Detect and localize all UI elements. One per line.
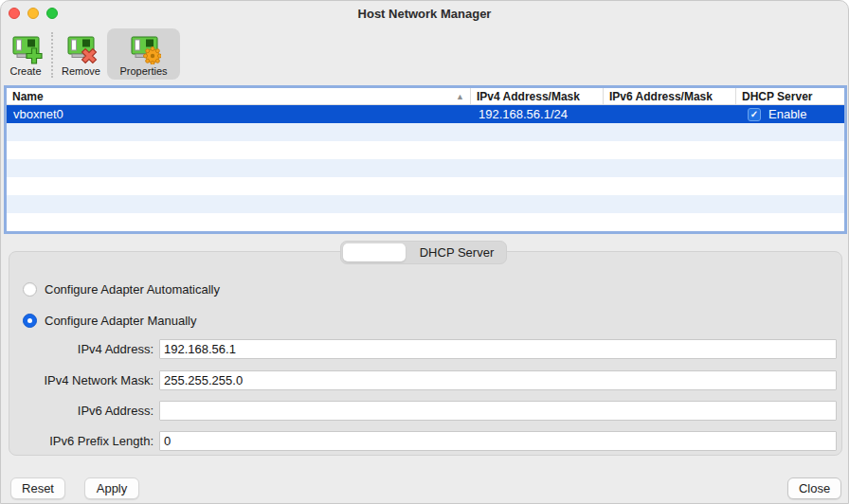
dhcp-server-panel: Configure Adapter Automatically Configur… (9, 251, 842, 456)
ipv6-address-label: IPv6 Address: (17, 404, 154, 418)
table-row-empty[interactable] (7, 159, 844, 177)
table-row-empty[interactable] (7, 213, 844, 231)
tab-dhcp-server[interactable]: DHCP Server (407, 242, 506, 263)
configure-automatically-label: Configure Adapter Automatically (45, 282, 220, 297)
host-networks-table: Name ▲ IPv4 Address/Mask IPv6 Address/Ma… (4, 85, 847, 234)
properties-button[interactable]: Properties (107, 28, 180, 80)
column-header-name[interactable]: Name ▲ (7, 88, 471, 104)
host-network-manager-window: Host Network Manager Create Remove (0, 0, 849, 504)
ipv4-address-row: IPv4 Address: (9, 339, 837, 359)
ipv4-address-label: IPv4 Address: (17, 342, 154, 356)
radio-unselected-icon[interactable] (23, 282, 37, 297)
toolbar: Create Remove (1, 27, 848, 85)
close-button[interactable]: Close (787, 477, 841, 499)
column-header-dhcp[interactable]: DHCP Server (736, 88, 844, 104)
table-row-empty[interactable] (7, 195, 844, 213)
create-button[interactable]: Create (5, 28, 46, 80)
titlebar: Host Network Manager (1, 1, 848, 27)
table-row-empty[interactable] (7, 177, 844, 195)
remove-button[interactable]: Remove (58, 28, 104, 80)
table-row-vboxnet0[interactable]: vboxnet0 192.168.56.1/24 ✓ Enable (7, 105, 844, 123)
network-card-remove-icon (63, 30, 98, 64)
apply-button[interactable]: Apply (84, 477, 139, 499)
dhcp-enable-label: Enable (768, 107, 806, 121)
gear-icon (143, 47, 161, 65)
toolbar-separator (51, 32, 53, 78)
ipv4-address-field[interactable] (159, 339, 837, 359)
ipv6-address-row: IPv6 Address: (9, 401, 837, 421)
create-button-label: Create (9, 65, 41, 77)
tab-selected-blank[interactable] (343, 243, 406, 261)
ipv6-prefix-row: IPv6 Prefix Length: (9, 431, 837, 451)
remove-button-label: Remove (62, 65, 100, 77)
configure-manually-label: Configure Adapter Manually (45, 314, 196, 328)
table-header: Name ▲ IPv4 Address/Mask IPv6 Address/Ma… (7, 88, 844, 105)
radio-selected-icon[interactable] (23, 314, 37, 328)
details-tab-bar: DHCP Server (340, 241, 507, 264)
network-card-properties-icon (127, 30, 161, 64)
cell-ipv4: 192.168.56.1/24 (471, 105, 604, 123)
ipv6-address-field[interactable] (159, 401, 837, 421)
configure-automatically-option[interactable]: Configure Adapter Automatically (23, 282, 220, 297)
ipv6-prefix-label: IPv6 Prefix Length: (17, 434, 154, 448)
ipv4-mask-label: IPv4 Network Mask: (17, 373, 154, 387)
reset-button[interactable]: Reset (10, 477, 65, 499)
sort-ascending-icon: ▲ (456, 92, 464, 101)
checkmark-icon: ✓ (750, 109, 758, 119)
ipv4-mask-field[interactable] (159, 370, 837, 390)
cell-dhcp: ✓ Enable (736, 105, 844, 123)
properties-button-label: Properties (119, 65, 167, 77)
window-title: Host Network Manager (1, 7, 848, 21)
ipv4-mask-row: IPv4 Network Mask: (9, 370, 837, 390)
dhcp-enable-checkbox[interactable]: ✓ (748, 108, 761, 121)
ipv6-prefix-field[interactable] (159, 431, 837, 451)
cell-name: vboxnet0 (7, 105, 471, 123)
configure-manually-option[interactable]: Configure Adapter Manually (23, 314, 196, 328)
cell-ipv6 (604, 105, 736, 123)
network-card-create-icon (9, 30, 43, 64)
column-header-ipv6[interactable]: IPv6 Address/Mask (604, 88, 736, 104)
column-header-ipv4[interactable]: IPv4 Address/Mask (471, 88, 604, 104)
table-row-empty[interactable] (7, 123, 844, 141)
table-row-empty[interactable] (7, 141, 844, 159)
